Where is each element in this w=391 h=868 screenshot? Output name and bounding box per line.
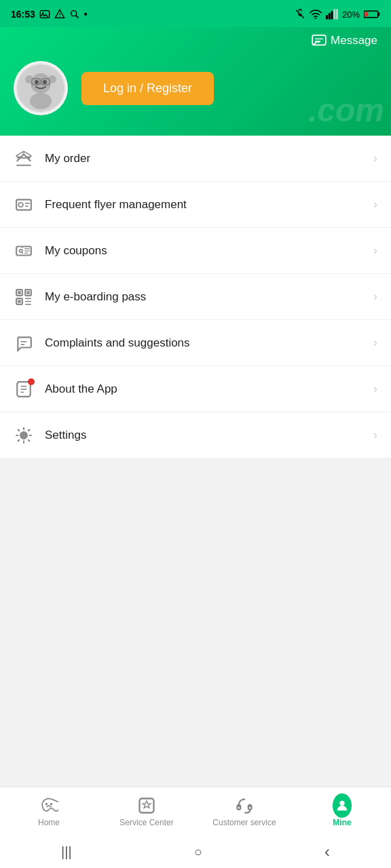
chevron-right-icon: ›	[373, 151, 377, 165]
mute-icon	[295, 9, 305, 20]
plane-icon	[14, 149, 34, 169]
time-display: 16:53	[11, 9, 35, 20]
profile-section: Log in / Register	[14, 61, 377, 115]
svg-rect-8	[329, 14, 331, 20]
svg-point-60	[339, 800, 344, 805]
wifi-icon	[310, 9, 322, 20]
service-center-nav-label: Service Center	[119, 818, 173, 827]
person-nav-icon	[333, 796, 352, 815]
svg-point-27	[18, 202, 23, 207]
login-register-button[interactable]: Log in / Register	[81, 72, 214, 105]
my-coupons-label: My coupons	[45, 244, 373, 258]
battery-icon	[364, 9, 380, 19]
search-alt-icon	[69, 9, 80, 20]
menu-list: My order › Frequent flyer management ›	[0, 136, 391, 458]
svg-rect-9	[331, 12, 333, 20]
person-card-icon	[14, 195, 34, 215]
chevron-right-icon: ›	[373, 382, 377, 396]
nav-customer-service[interactable]: Customer service	[196, 787, 293, 835]
menu-item-frequent-flyer[interactable]: Frequent flyer management ›	[0, 182, 391, 228]
status-time: 16:53 •	[11, 9, 88, 20]
svg-rect-39	[18, 291, 20, 294]
message-label: Message	[331, 34, 377, 47]
svg-point-20	[35, 80, 39, 84]
svg-point-55	[50, 802, 53, 805]
svg-rect-40	[26, 291, 29, 294]
chevron-right-icon: ›	[373, 336, 377, 350]
bottom-nav: Home Service Center Customer service	[0, 787, 391, 835]
svg-rect-58	[248, 804, 252, 809]
content-filler	[0, 458, 391, 696]
android-nav-bar: ||| ○ ‹	[0, 835, 391, 868]
svg-point-54	[45, 802, 48, 805]
settings-label: Settings	[45, 429, 373, 442]
dot-indicator: •	[84, 9, 88, 20]
warning-icon	[54, 9, 65, 20]
headset-nav-icon	[235, 796, 254, 815]
image-icon	[39, 9, 50, 20]
mine-nav-label: Mine	[333, 818, 351, 827]
boarding-pass-label: My e-boarding pass	[45, 290, 373, 304]
complaints-label: Complaints and suggestions	[45, 336, 373, 350]
svg-rect-14	[378, 13, 379, 16]
menu-item-complaints[interactable]: Complaints and suggestions ›	[0, 320, 391, 366]
frequent-flyer-label: Frequent flyer management	[45, 198, 373, 212]
svg-rect-57	[238, 804, 241, 809]
chevron-right-icon: ›	[373, 197, 377, 212]
menu-item-settings[interactable]: Settings ›	[0, 412, 391, 458]
svg-line-5	[75, 15, 78, 18]
chevron-right-icon: ›	[373, 428, 377, 442]
android-back-button[interactable]: ‹	[324, 842, 330, 861]
svg-rect-13	[365, 12, 369, 16]
svg-rect-41	[18, 300, 20, 302]
svg-rect-7	[326, 16, 328, 20]
qr-icon	[14, 287, 34, 307]
home-nav-icon	[39, 796, 58, 815]
avatar	[14, 61, 68, 115]
signal-icon	[326, 9, 338, 20]
home-nav-label: Home	[38, 818, 60, 827]
svg-point-22	[30, 93, 52, 109]
menu-item-about-app[interactable]: About the App ›	[0, 366, 391, 412]
svg-point-17	[31, 73, 51, 94]
android-home-button[interactable]: ○	[194, 844, 202, 860]
star-nav-icon	[137, 796, 156, 815]
menu-item-boarding-pass[interactable]: My e-boarding pass ›	[0, 274, 391, 320]
menu-item-coupons[interactable]: My coupons ›	[0, 228, 391, 274]
svg-rect-10	[333, 9, 335, 20]
svg-rect-11	[336, 9, 338, 20]
header: Message Log in	[0, 27, 391, 136]
coupon-icon	[14, 241, 34, 261]
svg-point-53	[22, 433, 25, 436]
status-right: 20%	[295, 9, 380, 20]
chevron-right-icon: ›	[373, 290, 377, 304]
message-button[interactable]: Message	[14, 34, 377, 47]
gear-icon	[14, 425, 34, 446]
svg-point-6	[315, 18, 316, 19]
battery-percent: 20%	[342, 9, 360, 20]
notification-dot	[28, 378, 35, 385]
my-order-label: My order	[45, 152, 373, 165]
avatar-image	[17, 64, 64, 112]
svg-point-59	[244, 812, 246, 813]
app-icon	[14, 379, 34, 399]
svg-point-21	[43, 80, 47, 84]
nav-home[interactable]: Home	[0, 787, 98, 835]
nav-mine[interactable]: Mine	[293, 787, 391, 835]
nav-service-center[interactable]: Service Center	[98, 787, 196, 835]
customer-service-nav-label: Customer service	[212, 818, 276, 827]
chevron-right-icon: ›	[373, 243, 377, 258]
android-menu-button[interactable]: |||	[61, 844, 72, 860]
chat-icon	[14, 333, 34, 353]
about-app-label: About the App	[45, 382, 373, 396]
message-icon	[312, 35, 327, 47]
menu-item-my-order[interactable]: My order ›	[0, 136, 391, 182]
svg-point-3	[59, 16, 60, 17]
status-bar: 16:53 •	[0, 0, 391, 27]
